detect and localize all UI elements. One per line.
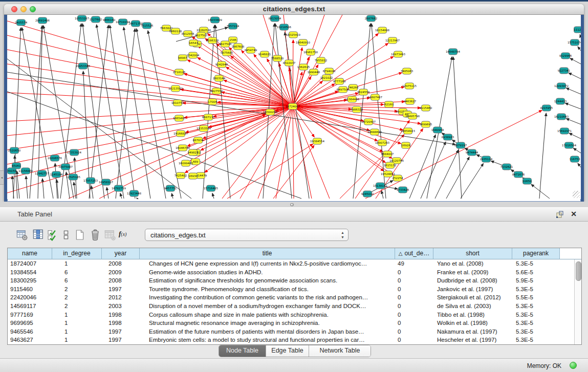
citation-graph[interactable]: 1872400718300295183254191864091016961758…: [7, 15, 581, 199]
graph-edge[interactable]: [569, 133, 581, 139]
panel-divider[interactable]: [0, 202, 588, 207]
table-cell[interactable]: 5.5E-5: [512, 293, 560, 302]
graph-edge[interactable]: [570, 58, 581, 64]
table-cell[interactable]: Dudbridge et al. (2008): [433, 276, 512, 285]
table-cell[interactable]: 18724007: [8, 259, 52, 268]
close-panel-icon[interactable]: ✕: [569, 209, 578, 218]
table-cell[interactable]: 1997: [102, 285, 140, 294]
table-cell[interactable]: 2009: [102, 268, 140, 277]
function-builder-icon[interactable]: f(x): [119, 230, 131, 242]
table-cell[interactable]: 5.9E-5: [512, 276, 560, 285]
graph-edge[interactable]: [110, 25, 135, 199]
graph-edge[interactable]: [224, 80, 293, 106]
table-cell[interactable]: 5.6E-5: [512, 268, 560, 277]
table-cell[interactable]: 5.3E-5: [512, 285, 560, 294]
graph-edge[interactable]: [7, 50, 293, 106]
memory-ok-indicator[interactable]: [570, 362, 577, 369]
graph-edge[interactable]: [578, 163, 581, 167]
graph-edge[interactable]: [578, 47, 581, 51]
graph-edge[interactable]: [107, 187, 108, 199]
graph-edge[interactable]: [566, 88, 581, 94]
table-cell[interactable]: de Silva et al. (2003): [433, 302, 512, 311]
network-canvas[interactable]: 1872400718300295183254191864091016961758…: [7, 15, 581, 199]
table-cell[interactable]: Investigating the contribution of common…: [140, 293, 395, 302]
table-cell[interactable]: 18300295: [8, 276, 52, 285]
table-cell[interactable]: 2: [52, 302, 102, 311]
table-row[interactable]: 977716911998Corpus callosum shape and si…: [8, 311, 574, 319]
graph-edge[interactable]: [212, 193, 214, 199]
graph-edge[interactable]: [187, 60, 293, 106]
graph-edge[interactable]: [293, 106, 401, 144]
table-row[interactable]: 1938455462009Genome-wide association stu…: [8, 268, 574, 277]
table-cell[interactable]: Wolkin et al. (1998): [433, 319, 512, 327]
table-cell[interactable]: 5.3E-5: [512, 259, 560, 268]
sidebar-collapse-handle[interactable]: ◂: [0, 170, 4, 185]
graph-edge[interactable]: [435, 150, 459, 199]
graph-edge[interactable]: [569, 73, 581, 79]
graph-edge[interactable]: [227, 144, 313, 199]
table-cell[interactable]: 2: [52, 285, 102, 294]
graph-edge[interactable]: [446, 157, 469, 199]
table-cell[interactable]: Structural magnetic resonance image aver…: [140, 319, 395, 327]
table-cell[interactable]: 49: [395, 259, 433, 268]
graph-edge[interactable]: [453, 57, 462, 199]
graph-edge[interactable]: [573, 148, 581, 153]
table-cell[interactable]: Nakamura et al. (1997): [433, 327, 512, 336]
table-cell[interactable]: 2: [52, 293, 102, 302]
graph-edge[interactable]: [124, 27, 150, 199]
select-column-icon[interactable]: [32, 229, 45, 241]
table-cell[interactable]: 6: [52, 268, 102, 277]
table-cell[interactable]: Disruption of a novel member of a sodium…: [140, 302, 395, 311]
graph-edge[interactable]: [7, 106, 293, 121]
table-cell[interactable]: 9463627: [8, 336, 52, 344]
table-cell[interactable]: Estimation of the future numbers of pati…: [140, 327, 395, 336]
graph-edge[interactable]: [171, 193, 173, 199]
graph-edge[interactable]: [539, 113, 546, 199]
graph-edge[interactable]: [7, 92, 301, 199]
float-panel-icon[interactable]: [555, 210, 564, 219]
table-cell[interactable]: 19384554: [8, 268, 52, 277]
graph-edge[interactable]: [381, 191, 383, 199]
column-header-year[interactable]: year: [102, 248, 140, 259]
table-row[interactable]: 969969511998Structural magnetic resonanc…: [8, 319, 574, 327]
graph-edge[interactable]: [222, 106, 293, 199]
graph-edge[interactable]: [213, 106, 293, 117]
table-cell[interactable]: 1: [52, 259, 102, 268]
graph-edge[interactable]: [421, 142, 446, 199]
table-row[interactable]: 946362711997Embryonic stem cells: a mode…: [8, 336, 574, 344]
table-row[interactable]: 1456911722003Disruption of a novel membe…: [8, 302, 574, 311]
table-cell[interactable]: Tourette syndrome. Phenomenology and cla…: [140, 285, 395, 294]
table-cell[interactable]: 0: [395, 336, 433, 344]
table-cell[interactable]: Embryonic stem cells: a model to study s…: [140, 336, 395, 344]
graph-edge[interactable]: [137, 29, 166, 199]
table-cell[interactable]: 5.3E-5: [512, 311, 560, 319]
table-settings-icon[interactable]: [16, 229, 28, 241]
table-cell[interactable]: 0: [395, 285, 433, 294]
table-cell[interactable]: 1997: [102, 327, 140, 336]
graph-edge[interactable]: [89, 25, 108, 199]
table-cell[interactable]: 1: [52, 336, 102, 344]
table-cell[interactable]: 2012: [102, 293, 140, 302]
graph-edge[interactable]: [7, 106, 293, 164]
column-header-pagerank[interactable]: pagerank: [512, 248, 560, 259]
table-cell[interactable]: 14569117: [8, 302, 52, 311]
delete-icon[interactable]: [89, 229, 101, 241]
table-row[interactable]: 946554611997Estimation of the future num…: [8, 327, 574, 336]
table-cell[interactable]: Genome-wide association studies in ADHD.: [140, 268, 395, 277]
graph-edge[interactable]: [137, 198, 137, 199]
column-header-outde[interactable]: △out_de…: [395, 248, 433, 259]
table-cell[interactable]: 1: [52, 327, 102, 336]
table-cell[interactable]: 0: [395, 293, 433, 302]
scrollbar-thumb[interactable]: [576, 261, 581, 281]
table-cell[interactable]: 0: [395, 319, 433, 327]
table-cell[interactable]: Yano et al. (2008): [433, 259, 512, 268]
window-titlebar[interactable]: citations_edges.txt: [4, 4, 584, 15]
graph-edge[interactable]: [566, 119, 581, 124]
graph-edge[interactable]: [82, 24, 104, 199]
table-cell[interactable]: Corpus callosum shape and size in male p…: [140, 311, 395, 319]
table-cell[interactable]: Jankovic et al. (1997): [433, 285, 512, 294]
table-cell[interactable]: 9115460: [8, 285, 52, 294]
table-selector-dropdown[interactable]: citations_edges.txt ▲▼: [145, 229, 349, 241]
table-cell[interactable]: 1997: [102, 336, 140, 344]
table-cell[interactable]: Hescheler et al. (1997): [433, 336, 512, 344]
